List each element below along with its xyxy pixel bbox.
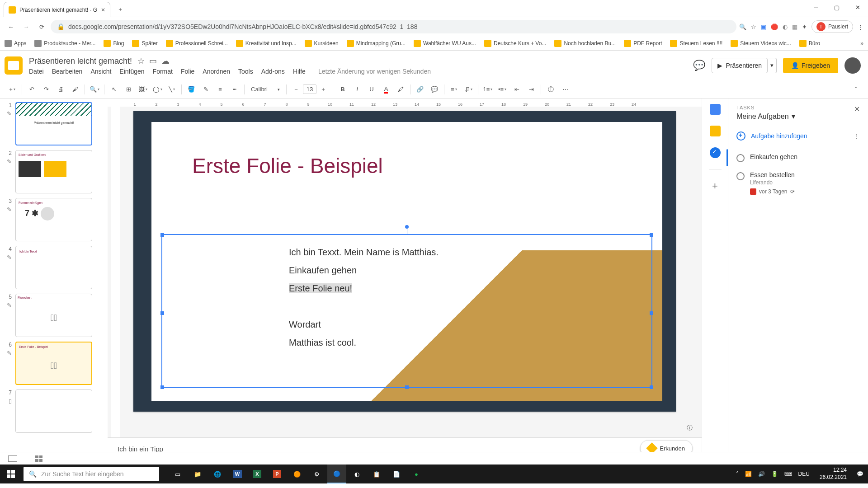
shape-tool[interactable]: ◯ [151, 83, 164, 96]
new-slide-button[interactable]: + [5, 83, 19, 96]
menu-tools[interactable]: Tools [238, 68, 253, 75]
back-button[interactable]: ← [5, 20, 17, 33]
resize-handle[interactable] [160, 385, 164, 389]
font-size-decrease[interactable]: − [289, 83, 303, 96]
bookmark-item[interactable]: Kreativität und Insp... [236, 40, 297, 47]
bookmark-item[interactable]: Steuern Videos wic... [731, 40, 791, 47]
star-icon[interactable]: ☆ [751, 23, 756, 30]
taskbar-excel[interactable]: X [248, 465, 267, 483]
menu-icon[interactable]: ⋮ [858, 23, 863, 30]
taskbar-app[interactable]: 🟠 [288, 465, 307, 483]
highlight-button[interactable]: 🖍 [394, 83, 407, 96]
slide-thumbnail-7[interactable] [15, 389, 92, 433]
slide-thumbnail-3[interactable]: Formen einfügen7 ✱ [15, 198, 92, 241]
menu-anordnen[interactable]: Anordnen [203, 68, 230, 75]
cloud-status-icon[interactable]: ☁ [161, 56, 170, 66]
bookmark-item[interactable]: Später [132, 40, 157, 47]
comment-indicator-icon[interactable]: ✎ [2, 302, 15, 309]
clear-formatting-button[interactable]: Ⓣ [544, 83, 557, 96]
slide-thumbnail-2[interactable]: Bilder und Grafiken [15, 150, 92, 193]
address-bar[interactable]: 🔒 docs.google.com/presentation/d/1yV372S… [51, 20, 736, 33]
task-item[interactable]: Einkaufen gehen [736, 149, 860, 167]
font-size-input[interactable]: 13 [303, 84, 316, 94]
print-button[interactable]: 🖨 [54, 83, 67, 96]
bulleted-list-button[interactable]: •≡ [495, 83, 509, 96]
align-button[interactable]: ≡ [447, 83, 461, 96]
present-dropdown[interactable]: ▾ [768, 58, 777, 73]
indent-increase-button[interactable]: ⇥ [524, 83, 538, 96]
calendar-app-icon[interactable] [710, 104, 721, 115]
border-color-button[interactable]: ✎ [199, 83, 212, 96]
apps-shortcut[interactable]: Apps [5, 40, 26, 47]
slide-title-text[interactable]: Erste Folie - Beispiel [192, 154, 383, 178]
resize-handle[interactable] [650, 233, 653, 237]
add-addon-button[interactable]: + [712, 180, 718, 192]
link-button[interactable]: 🔗 [413, 83, 427, 96]
comment-indicator-icon[interactable]: ✎ [2, 350, 15, 357]
bookmark-item[interactable]: Steuern Lesen !!!! [670, 40, 722, 47]
document-title[interactable]: Präsentieren leicht gemacht! [29, 56, 132, 66]
line-spacing-button[interactable]: ⇵ [462, 83, 475, 96]
menu-hilfe[interactable]: Hilfe [293, 68, 306, 75]
present-button[interactable]: ▶ Präsentieren [712, 58, 768, 73]
zoom-button[interactable]: 🔍 [88, 83, 101, 96]
fill-color-button[interactable]: 🪣 [184, 83, 198, 96]
font-family-select[interactable]: Calibri [247, 86, 283, 93]
bookmark-item[interactable]: Deutsche Kurs + Vo... [484, 40, 546, 47]
task-item[interactable]: Essen bestellen Liferando vor 3 Tagen ⟳ [736, 167, 860, 199]
bookmark-item[interactable]: Produktsuche - Mer... [34, 40, 95, 47]
profile-chip[interactable]: T Pausiert [811, 20, 853, 33]
resize-handle[interactable] [650, 311, 653, 315]
taskbar-app[interactable]: 📋 [367, 465, 386, 483]
menu-addons[interactable]: Add-ons [261, 68, 285, 75]
bookmark-item[interactable]: Mindmapping (Gru... [347, 40, 406, 47]
taskbar-spotify[interactable]: ● [407, 465, 426, 483]
task-complete-toggle[interactable] [736, 154, 745, 162]
bookmark-item[interactable]: PDF Report [624, 40, 662, 47]
underline-button[interactable]: U [365, 83, 378, 96]
tray-expand-icon[interactable]: ˄ [736, 471, 739, 477]
close-tab-icon[interactable]: ✕ [101, 7, 105, 13]
bookmark-item[interactable]: Blog [104, 40, 124, 47]
slide-canvas[interactable]: Erste Folie - Beispiel Ich bin Texxt. Me… [133, 111, 676, 412]
select-tool[interactable]: ↖ [107, 83, 121, 96]
resize-handle[interactable] [405, 385, 409, 389]
bookmark-item[interactable]: Wahlfächer WU Aus... [414, 40, 476, 47]
indent-decrease-button[interactable]: ⇤ [510, 83, 524, 96]
redo-button[interactable]: ↷ [39, 83, 53, 96]
textbox-tool[interactable]: ⊞ [122, 83, 135, 96]
bookmarks-overflow[interactable]: » [860, 40, 863, 47]
resize-handle[interactable] [160, 311, 164, 315]
bookmark-item[interactable]: Büro [799, 40, 820, 47]
window-minimize[interactable]: ─ [806, 0, 826, 14]
filmstrip-view-button[interactable] [8, 455, 17, 462]
taskbar-edge[interactable]: 🌐 [208, 465, 227, 483]
task-complete-toggle[interactable] [736, 172, 745, 180]
extensions-icon[interactable]: ✦ [802, 23, 807, 30]
comment-indicator-icon[interactable]: ✎ [2, 206, 15, 213]
menu-datei[interactable]: Datei [29, 68, 44, 75]
ext3-icon[interactable]: ◐ [783, 23, 788, 30]
bookmark-item[interactable]: Noch hochladen Bu... [554, 40, 616, 47]
skip-indicator-icon[interactable]: ▯ [2, 398, 15, 404]
slide-thumbnail-4[interactable]: Ich bin Texxt [15, 246, 92, 289]
image-tool[interactable]: 🖼 [136, 83, 150, 96]
comment-indicator-icon[interactable]: ✎ [2, 158, 15, 165]
paint-format-button[interactable]: 🖌 [68, 83, 82, 96]
font-size-increase[interactable]: + [316, 83, 330, 96]
collapse-toolbar-button[interactable]: ˄ [849, 83, 863, 96]
grid-view-button[interactable] [35, 455, 42, 462]
account-avatar[interactable] [844, 57, 861, 74]
comment-indicator-icon[interactable]: ✎ [2, 110, 15, 117]
undo-button[interactable]: ↶ [25, 83, 38, 96]
last-edit-text[interactable]: Letzte Änderung vor wenigen Sekunden [318, 68, 431, 75]
new-tab-button[interactable]: + [114, 3, 127, 15]
slides-logo[interactable] [5, 56, 23, 75]
resize-handle[interactable] [160, 233, 164, 237]
tray-language[interactable]: DEU [798, 471, 810, 477]
tray-wifi-icon[interactable]: 📶 [745, 471, 752, 477]
window-close[interactable]: ✕ [847, 0, 868, 14]
bold-button[interactable]: B [336, 83, 349, 96]
taskbar-explorer[interactable]: 📁 [188, 465, 207, 483]
border-dash-button[interactable]: ┅ [228, 83, 241, 96]
